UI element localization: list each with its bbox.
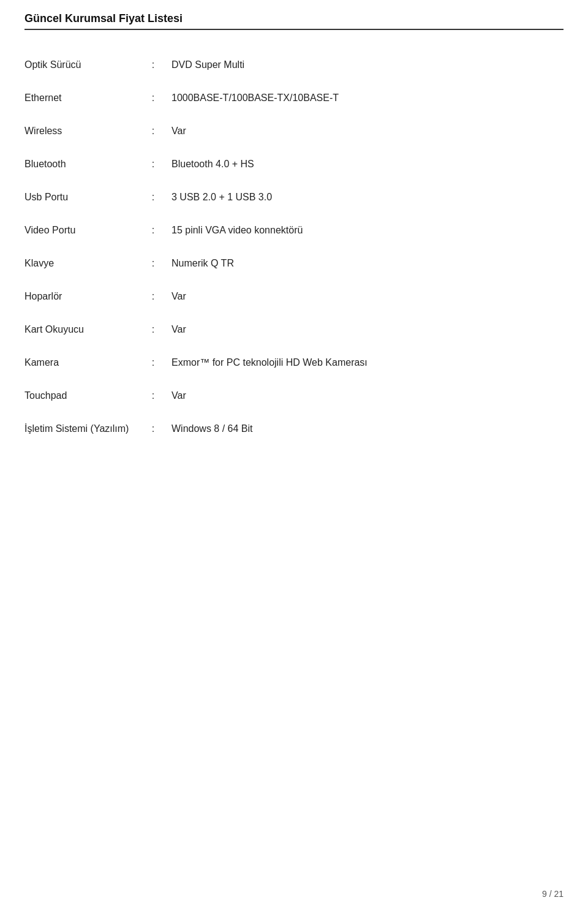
spec-colon: : — [135, 324, 172, 335]
spec-row: Kamera:Exmor™ for PC teknolojili HD Web … — [24, 346, 564, 379]
spec-colon: : — [135, 225, 172, 236]
spec-value: Var — [172, 126, 564, 137]
spec-row: Kart Okuyucu:Var — [24, 313, 564, 346]
spec-value: DVD Super Multi — [172, 59, 564, 70]
spec-colon: : — [135, 192, 172, 203]
page-container: Güncel Kurumsal Fiyat Listesi Optik Sürü… — [0, 0, 588, 482]
spec-value: Var — [172, 324, 564, 335]
spec-colon: : — [135, 258, 172, 269]
spec-row: Klavye:Numerik Q TR — [24, 247, 564, 280]
spec-colon: : — [135, 357, 172, 368]
spec-row: Optik Sürücü:DVD Super Multi — [24, 48, 564, 81]
spec-value: Exmor™ for PC teknolojili HD Web Kameras… — [172, 357, 564, 368]
spec-value: 15 pinli VGA video konnektörü — [172, 225, 564, 236]
spec-value: 3 USB 2.0 + 1 USB 3.0 — [172, 192, 564, 203]
spec-list: Optik Sürücü:DVD Super MultiEthernet:100… — [24, 48, 564, 445]
spec-row: Video Portu:15 pinli VGA video konnektör… — [24, 214, 564, 247]
spec-label: Optik Sürücü — [24, 59, 135, 70]
spec-value: 1000BASE-T/100BASE-TX/10BASE-T — [172, 93, 564, 104]
spec-value: Var — [172, 291, 564, 302]
spec-row: Bluetooth:Bluetooth 4.0 + HS — [24, 148, 564, 181]
spec-label: Klavye — [24, 258, 135, 269]
spec-value: Windows 8 / 64 Bit — [172, 423, 564, 434]
spec-row: Hoparlör:Var — [24, 280, 564, 313]
spec-row: İşletim Sistemi (Yazılım):Windows 8 / 64… — [24, 412, 564, 445]
spec-value: Numerik Q TR — [172, 258, 564, 269]
pagination-text: 9 / 21 — [542, 889, 564, 899]
spec-label: Video Portu — [24, 225, 135, 236]
spec-colon: : — [135, 159, 172, 170]
spec-label: Kart Okuyucu — [24, 324, 135, 335]
spec-label: Wireless — [24, 126, 135, 137]
page-header: Güncel Kurumsal Fiyat Listesi — [24, 12, 564, 30]
spec-value: Var — [172, 390, 564, 401]
spec-row: Touchpad:Var — [24, 379, 564, 412]
spec-colon: : — [135, 59, 172, 70]
spec-row: Wireless:Var — [24, 115, 564, 148]
spec-row: Usb Portu:3 USB 2.0 + 1 USB 3.0 — [24, 181, 564, 214]
spec-label: Bluetooth — [24, 159, 135, 170]
spec-colon: : — [135, 93, 172, 104]
spec-value: Bluetooth 4.0 + HS — [172, 159, 564, 170]
spec-label: Touchpad — [24, 390, 135, 401]
spec-colon: : — [135, 390, 172, 401]
page-footer: 9 / 21 — [542, 889, 564, 899]
spec-label: Ethernet — [24, 93, 135, 104]
spec-colon: : — [135, 423, 172, 434]
spec-colon: : — [135, 126, 172, 137]
spec-row: Ethernet:1000BASE-T/100BASE-TX/10BASE-T — [24, 81, 564, 115]
spec-label: Kamera — [24, 357, 135, 368]
spec-label: Usb Portu — [24, 192, 135, 203]
spec-label: Hoparlör — [24, 291, 135, 302]
spec-colon: : — [135, 291, 172, 302]
spec-label: İşletim Sistemi (Yazılım) — [24, 423, 135, 434]
page-title: Güncel Kurumsal Fiyat Listesi — [24, 12, 183, 25]
